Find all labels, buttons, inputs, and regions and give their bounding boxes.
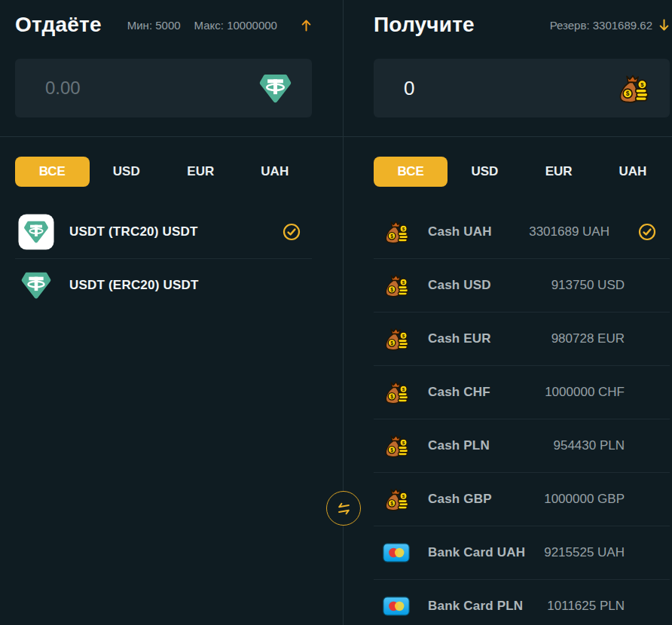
- svg-text:$: $: [390, 233, 393, 239]
- svg-text:$: $: [390, 447, 393, 453]
- give-amount-box: [15, 59, 312, 117]
- receive-amount-box: $$: [374, 59, 670, 117]
- receive-list: $$Cash UAH3301689 UAH$$Cash USD913750 US…: [374, 205, 670, 625]
- money-bag-icon: $$: [383, 218, 410, 245]
- exchange-widget: Отдаёте Мин: 5000 Макс: 10000000 ВСЕUSDE…: [0, 0, 672, 625]
- svg-text:$: $: [640, 81, 644, 88]
- svg-text:$: $: [626, 90, 630, 97]
- swap-arrows-icon: [334, 499, 353, 518]
- usdt-icon: [258, 72, 292, 105]
- item-reserve: 1011625 PLN: [547, 599, 625, 614]
- receive-currency-tabs: ВСЕUSDEURUAH: [374, 157, 670, 187]
- tab-all[interactable]: ВСЕ: [15, 157, 90, 187]
- min-limit: Мин: 5000: [127, 19, 181, 32]
- give-panel: Отдаёте Мин: 5000 Макс: 10000000 ВСЕUSDE…: [0, 0, 344, 312]
- svg-text:$: $: [402, 333, 405, 338]
- give-list: USDT (TRC20) USDTUSDT (ERC20) USDT: [15, 205, 312, 312]
- row-tail: [271, 223, 312, 241]
- svg-text:$: $: [402, 279, 405, 285]
- list-item[interactable]: $$Cash EUR980728 EUR: [374, 312, 670, 365]
- item-label: Cash UAH: [428, 224, 492, 239]
- svg-text:$: $: [402, 386, 405, 392]
- svg-text:$: $: [402, 226, 405, 231]
- item-label: Cash PLN: [428, 438, 490, 453]
- item-label: USDT (ERC20) USDT: [69, 278, 271, 293]
- tab-usd[interactable]: USD: [447, 157, 521, 187]
- svg-text:$: $: [390, 501, 393, 507]
- money-bag-icon: $$: [616, 72, 650, 105]
- money-bag-icon: $$: [383, 432, 410, 459]
- give-title: Отдаёте: [15, 13, 102, 37]
- svg-text:$: $: [402, 493, 405, 498]
- money-bag-icon: $$: [383, 272, 410, 299]
- item-label: Cash GBP: [428, 492, 492, 507]
- money-bag-icon: $$: [383, 325, 410, 352]
- bank-card-icon: [383, 539, 410, 566]
- give-currency-tabs: ВСЕUSDEURUAH: [15, 157, 312, 187]
- bank-card-icon: [383, 593, 410, 620]
- give-header: Отдаёте Мин: 5000 Макс: 10000000: [15, 11, 312, 39]
- tab-usd[interactable]: USD: [90, 157, 164, 187]
- tab-uah[interactable]: UAH: [596, 157, 670, 187]
- row-tail: [625, 223, 670, 241]
- list-item[interactable]: Bank Card UAH9215525 UAH: [374, 526, 670, 579]
- tab-eur[interactable]: EUR: [522, 157, 596, 187]
- swap-button[interactable]: [326, 491, 361, 526]
- item-reserve: 3301689 UAH: [529, 224, 609, 239]
- item-label: Bank Card UAH: [428, 545, 525, 560]
- receive-title: Получите: [374, 13, 475, 37]
- money-bag-icon: $$: [383, 379, 410, 406]
- reserve-label: Резерв: 3301689.62: [550, 19, 652, 32]
- item-label: USDT (TRC20) USDT: [69, 224, 271, 239]
- item-label: Cash USD: [428, 278, 491, 293]
- limits: Мин: 5000 Макс: 10000000: [127, 19, 277, 32]
- sort-down-icon[interactable]: [658, 19, 670, 32]
- list-item[interactable]: $$Cash USD913750 USD: [374, 258, 670, 312]
- item-label: Cash CHF: [428, 385, 490, 400]
- give-amount-input[interactable]: [45, 78, 258, 99]
- item-reserve: 980728 EUR: [551, 331, 625, 346]
- max-limit: Макс: 10000000: [194, 19, 277, 32]
- tab-uah[interactable]: UAH: [238, 157, 313, 187]
- list-item[interactable]: USDT (ERC20) USDT: [15, 258, 312, 312]
- svg-text:$: $: [390, 340, 393, 346]
- list-item[interactable]: $$Cash GBP1000000 GBP: [374, 472, 670, 526]
- list-item[interactable]: $$Cash CHF1000000 CHF: [374, 365, 670, 419]
- item-reserve: 954430 PLN: [553, 438, 625, 453]
- list-item[interactable]: $$Cash UAH3301689 UAH: [374, 205, 670, 258]
- check-icon: [638, 223, 656, 241]
- receive-amount-input[interactable]: [404, 77, 616, 100]
- item-label: Bank Card PLN: [428, 599, 523, 614]
- list-item[interactable]: $$Cash PLN954430 PLN: [374, 419, 670, 472]
- item-label: Cash EUR: [428, 331, 491, 346]
- svg-text:$: $: [402, 440, 405, 445]
- item-reserve: 913750 USD: [551, 278, 625, 293]
- svg-text:$: $: [390, 394, 393, 400]
- sort-up-icon[interactable]: [301, 19, 312, 32]
- usdt-card-icon: [18, 214, 54, 250]
- usdt-icon: [18, 267, 54, 303]
- svg-text:$: $: [390, 287, 393, 293]
- receive-panel: Получите Резерв: 3301689.62 $$ ВСЕUSDEUR…: [344, 0, 672, 625]
- check-icon: [283, 223, 301, 241]
- money-bag-icon: $$: [383, 486, 410, 513]
- tab-all[interactable]: ВСЕ: [374, 157, 447, 187]
- list-item[interactable]: Bank Card PLN1011625 PLN: [374, 579, 670, 625]
- receive-header: Получите Резерв: 3301689.62: [374, 11, 670, 39]
- item-reserve: 1000000 CHF: [545, 385, 625, 400]
- item-reserve: 1000000 GBP: [544, 492, 625, 507]
- list-item[interactable]: USDT (TRC20) USDT: [15, 205, 312, 258]
- tab-eur[interactable]: EUR: [163, 157, 238, 187]
- item-reserve: 9215525 UAH: [544, 545, 625, 560]
